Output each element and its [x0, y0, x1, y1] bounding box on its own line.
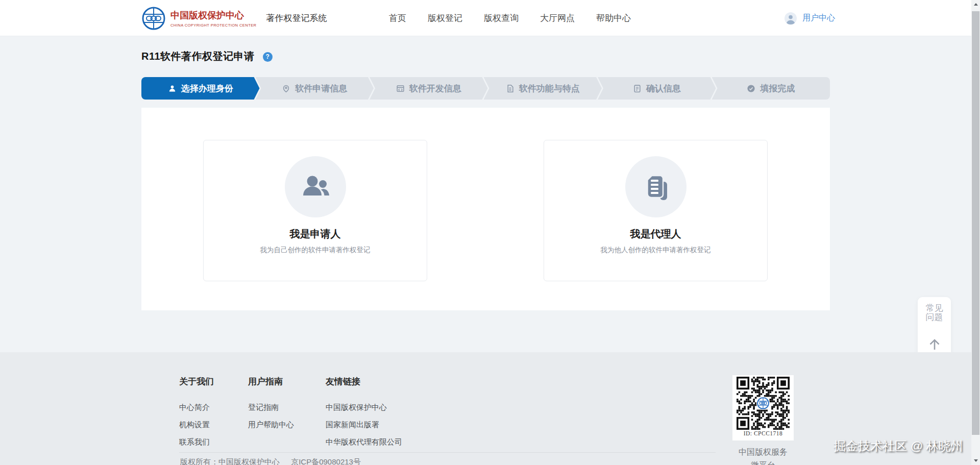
- page-title-row: R11软件著作权登记申请 ?: [141, 50, 273, 63]
- footer-link[interactable]: 登记指南: [248, 403, 279, 412]
- footer: 关于我们 中心简介 机构设置 联系我们 用户指南 登记指南 用户帮助中心 友情链…: [0, 352, 971, 465]
- content-panel: 我是申请人 我为自己创作的软件申请著作权登记 我是代理人 我为他人创作的软件申请…: [141, 108, 830, 310]
- brand-name-en: CHINA COPYRIGHT PROTECTION CENTER: [170, 23, 256, 28]
- copyright-text: 版权所有：中国版权保护中心: [180, 457, 280, 465]
- footer-link[interactable]: 机构设置: [179, 420, 210, 430]
- user-center-label[interactable]: 用户中心: [802, 13, 835, 23]
- agent-title: 我是代理人: [544, 227, 767, 241]
- doc-icon: [506, 84, 514, 93]
- brand-name-cn: 中国版权保护中心: [170, 9, 256, 21]
- cpc-globe-logo: [141, 6, 166, 31]
- users-icon: [299, 170, 332, 203]
- step-label: 确认信息: [646, 83, 681, 94]
- brand-text: 中国版权保护中心 CHINA COPYRIGHT PROTECTION CENT…: [170, 9, 256, 28]
- main-nav: 首页 版权登记 版权查询 大厅网点 帮助中心: [389, 0, 631, 36]
- code-icon: [396, 84, 405, 93]
- applicant-title: 我是申请人: [204, 227, 427, 241]
- footer-divider: [179, 452, 716, 453]
- footer-link[interactable]: 国家新闻出版署: [326, 420, 379, 430]
- help-icon[interactable]: ?: [263, 52, 273, 62]
- nav-help-center[interactable]: 帮助中心: [596, 12, 631, 24]
- watermark: 掘金技术社区 @ 林晓州: [834, 438, 963, 454]
- step-label: 填报完成: [760, 83, 795, 94]
- footer-link[interactable]: 用户帮助中心: [248, 420, 294, 430]
- system-name: 著作权登记系统: [266, 12, 327, 24]
- user-center[interactable]: 用户中心: [785, 0, 835, 36]
- step-tabs: 选择办理身份 软件申请信息 软件开发信息 软件功能与特点 确认信息 填报完成: [141, 77, 830, 100]
- back-to-top-button[interactable]: [927, 337, 942, 352]
- nav-copyright-register[interactable]: 版权登记: [428, 12, 462, 24]
- clipboard-icon: [633, 84, 642, 93]
- vertical-scrollbar[interactable]: [971, 0, 980, 465]
- footer-link[interactable]: 中心简介: [179, 403, 210, 412]
- applicant-desc: 我为自己创作的软件申请著作权登记: [204, 246, 427, 255]
- step-select-identity[interactable]: 选择办理身份: [141, 77, 260, 100]
- qr-code: ID: CPCC1718: [732, 375, 794, 440]
- applicant-icon-circle: [285, 156, 346, 217]
- agent-card[interactable]: 我是代理人 我为他人创作的软件申请著作权登记: [544, 140, 768, 281]
- brand[interactable]: 中国版权保护中心 CHINA COPYRIGHT PROTECTION CENT…: [141, 0, 327, 36]
- icp-number[interactable]: 京ICP备09080213号: [291, 457, 361, 465]
- scrollbar-down-arrow[interactable]: [971, 456, 980, 465]
- avatar-icon: [785, 12, 797, 25]
- faq-button[interactable]: 常见问题: [924, 304, 945, 322]
- step-complete[interactable]: 填报完成: [712, 77, 830, 100]
- scrollbar-thumb[interactable]: [972, 11, 979, 435]
- step-label: 软件申请信息: [295, 83, 347, 94]
- nav-home[interactable]: 首页: [389, 12, 406, 24]
- footer-link[interactable]: 联系我们: [179, 437, 210, 447]
- footer-col-title: 友情链接: [326, 376, 360, 387]
- qr-caption-1: 中国版权服务: [732, 447, 794, 458]
- agent-desc: 我为他人创作的软件申请著作权登记: [544, 246, 767, 255]
- step-dev-info[interactable]: 软件开发信息: [370, 77, 488, 100]
- user-icon: [168, 84, 177, 93]
- qr-id-label: ID: CPCC1718: [732, 430, 794, 436]
- footer-col-title: 关于我们: [179, 376, 214, 387]
- step-label: 选择办理身份: [181, 83, 233, 94]
- step-confirm-info[interactable]: 确认信息: [598, 77, 716, 100]
- step-features[interactable]: 软件功能与特点: [484, 77, 602, 100]
- pin-icon: [282, 84, 290, 93]
- nav-hall-locations[interactable]: 大厅网点: [540, 12, 575, 24]
- step-apply-info[interactable]: 软件申请信息: [256, 77, 374, 100]
- footer-col-title: 用户指南: [248, 376, 283, 387]
- page-title: R11软件著作权登记申请: [141, 50, 255, 63]
- copyright-row: 版权所有：中国版权保护中心 京ICP备09080213号: [180, 457, 361, 465]
- step-label: 软件功能与特点: [519, 83, 580, 94]
- footer-link[interactable]: 中国版权保护中心: [326, 403, 387, 412]
- scrollbar-up-arrow[interactable]: [971, 0, 980, 9]
- applicant-card[interactable]: 我是申请人 我为自己创作的软件申请著作权登记: [203, 140, 427, 281]
- check-icon: [747, 84, 755, 93]
- step-label: 软件开发信息: [409, 83, 461, 94]
- qr-caption-2: 微平台: [732, 460, 794, 465]
- nav-copyright-query[interactable]: 版权查询: [484, 12, 519, 24]
- agent-icon-circle: [625, 156, 687, 217]
- top-navbar: 中国版权保护中心 CHINA COPYRIGHT PROTECTION CENT…: [0, 0, 971, 36]
- document-icon: [640, 170, 672, 203]
- footer-link[interactable]: 中华版权代理有限公司: [326, 437, 402, 447]
